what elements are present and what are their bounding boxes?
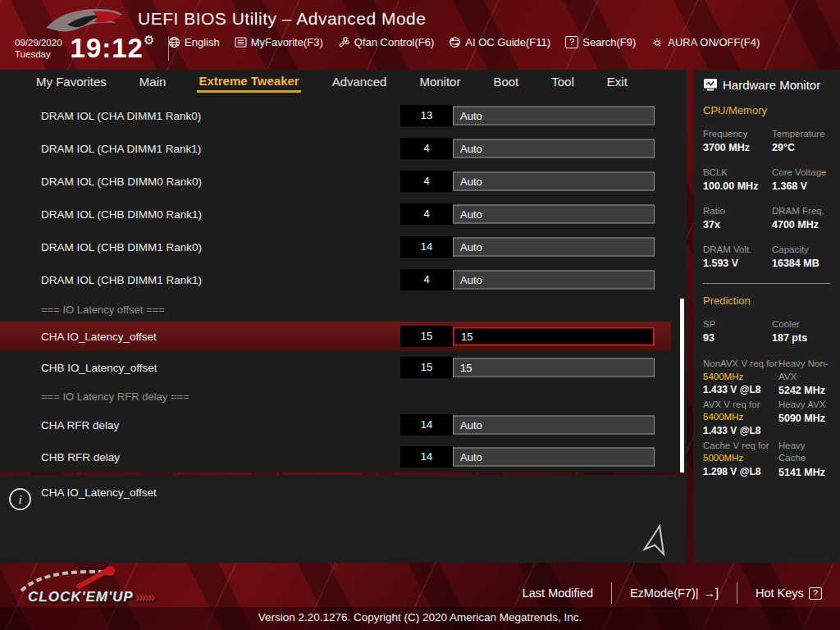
setting-label: DRAM IOL (CHB DIMM0 Rank0)	[41, 176, 202, 188]
version-bar: Version 2.20.1276. Copyright (C) 2020 Am…	[0, 607, 840, 630]
question-box-icon: ?	[809, 587, 822, 600]
tab-tool[interactable]: Tool	[550, 73, 576, 91]
last-modified-button[interactable]: Last Modified	[516, 587, 600, 600]
setting-row-selected[interactable]: CHA IO_Latency_offset 15	[0, 322, 671, 351]
sp-value: 93	[703, 332, 772, 344]
setting-row[interactable]: CHB RFR delay 14	[0, 441, 671, 472]
setting-label: DRAM IOL (CHB DIMM0 Rank1)	[41, 208, 202, 221]
help-panel: i CHA IO_Latency_offset	[0, 475, 687, 563]
main-panel: My Favorites Main Extreme Tweaker Advanc…	[0, 70, 687, 472]
footer-divider	[611, 582, 612, 604]
setting-label: DRAM IOL (CHA DIMM1 Rank0)	[41, 110, 201, 122]
header: UEFI BIOS Utility – Advanced Mode 09/29/…	[0, 0, 840, 70]
chevrons-icon: »»»	[135, 589, 153, 605]
ezmode-arrow-icon: →]	[704, 587, 719, 600]
globe-icon	[168, 36, 180, 48]
setting-input[interactable]	[453, 205, 655, 224]
cooler-value: 187 pts	[772, 332, 830, 344]
day-label: Tuesday	[15, 48, 62, 60]
clockemup-logo-text: CLOCK'EM'UP»»»	[28, 589, 153, 605]
capacity-value: 16384 MB	[772, 258, 830, 269]
hardware-monitor-panel: Hardware Monitor CPU/Memory Frequency370…	[693, 70, 840, 563]
setting-row[interactable]: DRAM IOL (CHB DIMM0 Rank1) 4	[0, 198, 671, 231]
ai-globe-icon	[449, 36, 461, 48]
setting-current-value: 15	[400, 357, 453, 378]
setting-current-value: 14	[400, 446, 453, 468]
setting-input[interactable]	[453, 107, 655, 126]
setting-row[interactable]: DRAM IOL (CHB DIMM0 Rank0) 4	[0, 165, 671, 198]
ezmode-button[interactable]: EzMode(F7)|→]	[623, 587, 725, 600]
settings-list: DRAM IOL (CHA DIMM1 Rank0) 13 DRAM IOL (…	[0, 94, 687, 472]
clock-gear-icon[interactable]: ⚙	[144, 33, 155, 47]
frequency-value: 3700 MHz	[703, 142, 772, 153]
setting-current-value: 4	[400, 171, 453, 192]
setting-current-value: 14	[400, 236, 453, 258]
setting-input[interactable]	[453, 172, 655, 191]
setting-input[interactable]	[453, 139, 655, 158]
header-toolbar: English MyFavorite(F3)	[168, 36, 760, 48]
mouse-cursor-icon	[641, 523, 673, 556]
tab-monitor[interactable]: Monitor	[418, 73, 462, 91]
setting-current-value: 4	[400, 203, 453, 225]
language-button[interactable]: English	[168, 36, 220, 48]
temperature-value: 29°C	[772, 142, 830, 153]
setting-label: DRAM IOL (CHB DIMM1 Rank1)	[41, 274, 202, 286]
tab-main[interactable]: Main	[138, 73, 168, 91]
freq-highlight: 5400MHz	[703, 372, 743, 381]
hot-keys-button[interactable]: Hot Keys ?	[749, 587, 829, 600]
qfan-control-button[interactable]: Qfan Control(F6)	[338, 36, 435, 48]
dram-volt-value: 1.593 V	[703, 258, 772, 269]
heavy-nonavx-value: 5242 MHz	[778, 385, 830, 396]
aura-toggle-button[interactable]: AURA ON/OFF(F4)	[651, 36, 760, 48]
stat-group: SP93 Cooler187 pts	[703, 319, 830, 344]
setting-current-value: 13	[400, 105, 453, 126]
bios-screen: UEFI BIOS Utility – Advanced Mode 09/29/…	[0, 0, 840, 630]
search-button[interactable]: ? Search(F9)	[565, 36, 636, 48]
freq-highlight: 5400MHz	[703, 412, 743, 422]
setting-row[interactable]: DRAM IOL (CHA DIMM1 Rank1) 4	[0, 132, 671, 165]
setting-row[interactable]: CHB IO_Latency_offset 15	[0, 351, 671, 384]
scrollbar-thumb[interactable]	[680, 299, 684, 472]
footer-divider	[737, 582, 737, 604]
setting-row[interactable]: DRAM IOL (CHB DIMM1 Rank0) 14	[0, 231, 671, 263]
prediction-entry: Cache V req for 5000MHz 1.298 V @L8 Heav…	[703, 440, 830, 479]
ai-oc-label: AI OC Guide(F11)	[465, 36, 550, 48]
stat-group: Frequency3700 MHz Temperature29°C	[703, 129, 830, 153]
time-label: 19:12⚙	[71, 33, 156, 64]
dram-freq-value: 4700 MHz	[772, 219, 830, 231]
voltage-req-value: 1.433 V @L8	[703, 424, 778, 438]
stat-group: Ratio37x DRAM Freq.4700 MHz	[703, 206, 830, 231]
setting-row[interactable]: DRAM IOL (CHA DIMM1 Rank0) 13	[0, 99, 671, 132]
help-text: CHA IO_Latency_offset	[41, 486, 157, 499]
tab-extreme-tweaker[interactable]: Extreme Tweaker	[197, 72, 300, 93]
myfavorite-button[interactable]: MyFavorite(F3)	[235, 36, 323, 48]
bclk-value: 100.00 MHz	[703, 180, 772, 192]
freq-highlight: 5000MHz	[703, 453, 743, 463]
fan-icon	[338, 36, 350, 48]
setting-label: CHA RFR delay	[41, 419, 119, 431]
setting-input[interactable]	[453, 271, 655, 290]
ai-oc-guide-button[interactable]: AI OC Guide(F11)	[449, 36, 550, 48]
setting-label: CHB RFR delay	[41, 450, 120, 463]
setting-row[interactable]: CHA RFR delay 14	[0, 409, 671, 441]
menu-bar: My Favorites Main Extreme Tweaker Advanc…	[0, 70, 687, 94]
setting-input-active[interactable]	[453, 327, 655, 346]
tab-boot[interactable]: Boot	[491, 73, 520, 91]
prediction-section-title: Prediction	[703, 294, 830, 307]
setting-input[interactable]	[453, 447, 655, 466]
setting-row[interactable]: DRAM IOL (CHB DIMM1 Rank1) 4	[0, 263, 671, 296]
setting-label: DRAM IOL (CHA DIMM1 Rank1)	[41, 143, 201, 155]
section-header: === IO Latency RFR delay ===	[0, 384, 671, 409]
setting-input[interactable]	[453, 416, 655, 435]
setting-current-value: 15	[400, 326, 453, 347]
tab-my-favorites[interactable]: My Favorites	[34, 73, 108, 91]
tab-advanced[interactable]: Advanced	[331, 73, 389, 91]
cpu-memory-section-title: CPU/Memory	[703, 104, 830, 116]
tab-exit[interactable]: Exit	[605, 73, 629, 91]
setting-input[interactable]	[453, 238, 655, 257]
setting-current-value: 4	[400, 138, 453, 159]
heavy-cache-value: 5141 MHz	[778, 467, 830, 478]
aura-lamp-icon	[651, 36, 664, 48]
setting-input[interactable]	[453, 358, 655, 377]
setting-label: CHA IO_Latency_offset	[41, 331, 157, 343]
